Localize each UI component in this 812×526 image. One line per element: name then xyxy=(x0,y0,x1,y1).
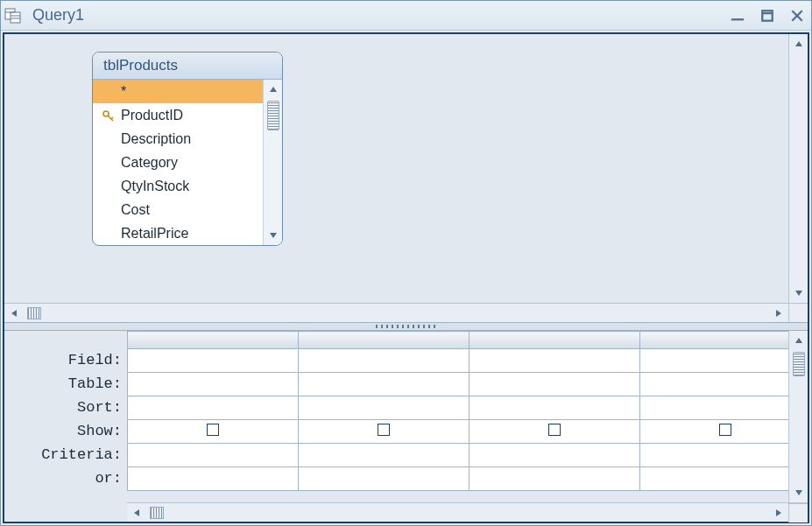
scroll-right-icon[interactable] xyxy=(769,503,788,522)
svg-marker-14 xyxy=(795,291,802,296)
column-header[interactable] xyxy=(299,332,470,349)
scroll-left-icon[interactable] xyxy=(4,304,24,323)
criteria-row xyxy=(128,444,789,467)
svg-marker-12 xyxy=(270,233,277,238)
scroll-down-icon[interactable] xyxy=(789,483,808,502)
upper-horizontal-scrollbar[interactable] xyxy=(4,303,808,322)
scroll-down-icon[interactable] xyxy=(789,284,808,303)
show-cell[interactable] xyxy=(640,420,789,444)
criteria-cell[interactable] xyxy=(128,444,299,467)
qbe-grid-scroll-area xyxy=(127,331,808,502)
field-label: Cost xyxy=(117,202,150,218)
svg-marker-15 xyxy=(11,310,17,317)
scroll-up-icon[interactable] xyxy=(264,80,283,99)
minimize-button[interactable] xyxy=(729,9,746,23)
field-row-cost[interactable]: Cost xyxy=(93,198,263,221)
show-cell[interactable] xyxy=(128,420,299,444)
show-row xyxy=(128,420,789,444)
field-cell[interactable] xyxy=(128,349,299,373)
table-cell[interactable] xyxy=(470,373,640,396)
field-row-retailprice[interactable]: RetailPrice xyxy=(93,221,263,245)
qbe-grid-wrap xyxy=(127,331,808,522)
or-cell[interactable] xyxy=(470,467,640,491)
pane-splitter[interactable] xyxy=(4,322,808,331)
or-cell[interactable] xyxy=(128,467,299,491)
criteria-cell[interactable] xyxy=(640,444,789,467)
show-checkbox[interactable] xyxy=(719,424,731,436)
scroll-up-icon[interactable] xyxy=(789,34,808,53)
or-cell[interactable] xyxy=(299,467,470,491)
show-cell[interactable] xyxy=(299,420,470,444)
field-row-qtyinstock[interactable]: QtyInStock xyxy=(93,174,263,198)
window-content: tblProducts * ProductID xyxy=(3,32,809,523)
sort-row xyxy=(128,396,789,420)
svg-marker-17 xyxy=(795,338,802,343)
field-label: Description xyxy=(117,131,191,147)
sort-cell[interactable] xyxy=(640,396,789,420)
scroll-up-icon[interactable] xyxy=(789,331,808,350)
table-cell[interactable] xyxy=(640,373,789,396)
scroll-thumb[interactable] xyxy=(150,507,164,519)
scroll-corner xyxy=(788,304,808,323)
sort-cell[interactable] xyxy=(299,396,470,420)
scroll-down-icon[interactable] xyxy=(264,226,283,245)
qbe-grid-viewport[interactable] xyxy=(127,331,788,502)
primary-key-icon xyxy=(100,109,117,122)
qbe-vertical-scrollbar[interactable] xyxy=(788,331,808,502)
row-label-show: Show: xyxy=(4,419,127,443)
scroll-left-icon[interactable] xyxy=(127,503,146,522)
row-label-sort: Sort: xyxy=(4,396,127,419)
scroll-right-icon[interactable] xyxy=(769,304,788,323)
svg-marker-13 xyxy=(795,41,802,46)
table-row xyxy=(128,373,789,396)
close-button[interactable] xyxy=(788,9,806,23)
scroll-corner xyxy=(788,503,808,522)
field-cell[interactable] xyxy=(299,349,470,373)
titlebar[interactable]: Query1 xyxy=(1,1,811,31)
qbe-horizontal-scrollbar[interactable] xyxy=(127,502,808,522)
table-cell[interactable] xyxy=(299,373,470,396)
scroll-thumb[interactable] xyxy=(793,352,805,376)
sort-cell[interactable] xyxy=(128,396,299,420)
field-row-productid[interactable]: ProductID xyxy=(93,103,263,127)
column-header[interactable] xyxy=(128,332,299,349)
field-list: * ProductID Description xyxy=(93,80,263,245)
scroll-thumb[interactable] xyxy=(27,307,41,319)
criteria-cell[interactable] xyxy=(299,444,470,467)
svg-marker-20 xyxy=(776,509,781,516)
tables-canvas[interactable]: tblProducts * ProductID xyxy=(4,34,788,303)
grip-icon xyxy=(376,325,437,328)
field-label: * xyxy=(117,84,126,100)
table-widget[interactable]: tblProducts * ProductID xyxy=(92,52,283,246)
window-controls xyxy=(729,9,806,23)
show-checkbox[interactable] xyxy=(378,424,390,436)
qbe-grid-pane: Field: Table: Sort: Show: Criteria: or: xyxy=(4,331,808,522)
criteria-cell[interactable] xyxy=(470,444,640,467)
svg-marker-18 xyxy=(795,490,802,495)
show-checkbox[interactable] xyxy=(207,424,219,436)
field-row-description[interactable]: Description xyxy=(93,127,263,151)
or-cell[interactable] xyxy=(640,467,789,491)
query-icon xyxy=(4,6,25,25)
show-cell[interactable] xyxy=(470,420,640,444)
qbe-grid[interactable] xyxy=(127,331,788,491)
tables-pane: tblProducts * ProductID xyxy=(4,34,808,303)
field-cell[interactable] xyxy=(640,349,789,373)
restore-button[interactable] xyxy=(759,9,776,23)
field-label: RetailPrice xyxy=(117,226,188,242)
row-label-table: Table: xyxy=(4,372,127,396)
upper-vertical-scrollbar[interactable] xyxy=(788,34,808,303)
field-row-star[interactable]: * xyxy=(93,80,263,103)
window-title: Query1 xyxy=(32,6,729,25)
column-header[interactable] xyxy=(470,332,640,349)
show-checkbox[interactable] xyxy=(548,424,561,436)
table-title[interactable]: tblProducts xyxy=(93,53,282,80)
field-label: ProductID xyxy=(117,108,183,123)
field-row-category[interactable]: Category xyxy=(93,151,263,174)
field-cell[interactable] xyxy=(470,349,640,373)
sort-cell[interactable] xyxy=(470,396,640,420)
scroll-thumb[interactable] xyxy=(267,101,279,130)
field-list-scrollbar[interactable] xyxy=(263,80,282,245)
table-cell[interactable] xyxy=(128,373,299,396)
column-header[interactable] xyxy=(640,332,789,349)
